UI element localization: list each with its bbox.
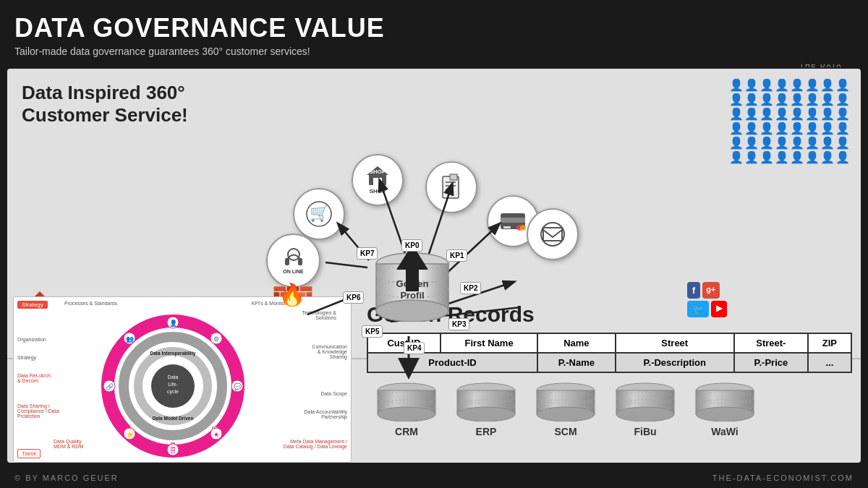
kp3-label: KP3 <box>448 318 469 330</box>
svg-text:⚙: ⚙ <box>213 335 219 343</box>
col-street-num: Street- <box>734 333 808 353</box>
svg-text:🛒: 🛒 <box>310 203 330 223</box>
person-icon: 👤 <box>835 107 850 121</box>
col-metadata: Meta Data Management /Data Catalog / Dat… <box>284 439 347 449</box>
svg-point-89 <box>457 407 515 421</box>
circular-diagram-wrapper: ⚙ 📊 ⚙ 📋 🗄 ⭐ ⚙ 👥 Data Life- cycle Data <box>93 308 252 460</box>
svg-text:🔗: 🔗 <box>106 382 114 391</box>
svg-text:👤: 👤 <box>169 319 178 328</box>
person-icon: 👤 <box>775 121 789 135</box>
col-strategy: Strategy <box>17 355 36 360</box>
person-icon: 👤 <box>820 150 835 164</box>
person-icon: 👤 <box>775 93 789 106</box>
svg-rect-15 <box>373 178 382 185</box>
col-datasharing: Data Sharing /Compliance / DataProtectio… <box>17 403 59 419</box>
records-table: Cust-ID First Name Name Street Street- Z… <box>367 333 852 373</box>
person-icon: 👤 <box>775 150 789 164</box>
footer-right: THE-DATA-ECONOMIST.COM <box>712 474 854 482</box>
person-icon: 👤 <box>744 93 759 106</box>
person-icon: 👤 <box>835 150 850 164</box>
person-icon-highlight: 👤 <box>820 93 835 106</box>
svg-point-104 <box>696 407 754 421</box>
person-icon: 👤 <box>820 78 835 92</box>
shop-circle: SHOP SHOP <box>352 154 404 206</box>
col-street: Street <box>616 333 734 353</box>
col-accountability: Data AccountabilityPartnership <box>304 409 347 419</box>
person-icon: 👤 <box>820 136 835 150</box>
kp7-label: KP7 <box>357 247 378 260</box>
svg-text:SHOP: SHOP <box>370 168 386 175</box>
svg-text:⭐: ⭐ <box>126 430 135 439</box>
db-crm: CRM <box>370 382 443 437</box>
person-icon: 👤 <box>729 107 744 121</box>
svg-text:💬: 💬 <box>234 382 242 391</box>
page-subtitle: Tailor-made data governance guarantees 3… <box>14 46 854 57</box>
col-zip: ZIP <box>808 333 851 353</box>
person-icon: 👤 <box>805 121 820 135</box>
svg-point-27 <box>541 223 564 246</box>
person-icon: 👤 <box>729 136 744 150</box>
person-icon: 👤 <box>744 107 759 121</box>
person-icon: 👤 <box>775 136 789 150</box>
col-comm: Communication& KnowledgeSharing <box>312 344 347 359</box>
person-icon: 👤 <box>729 121 744 135</box>
person-icon: 👤 <box>790 136 804 150</box>
person-icon: 👤 <box>760 107 774 121</box>
person-icon: 👤 <box>805 78 820 92</box>
svg-line-9 <box>326 262 367 267</box>
col-dataret: Data Ret./Arch.& Decom. <box>17 373 52 383</box>
svg-text:Data Model Driven: Data Model Driven <box>153 416 194 421</box>
person-icon: 👤 <box>790 150 804 164</box>
db-scm: SCM <box>529 382 602 437</box>
svg-text:Data: Data <box>168 374 179 380</box>
person-icon: 👤 <box>805 136 820 150</box>
col-ellipsis: ... <box>808 353 851 372</box>
svg-rect-23 <box>501 218 525 223</box>
svg-text:cycle: cycle <box>167 389 179 395</box>
kp2-label: KP2 <box>460 282 481 294</box>
kp5-label: KP5 <box>362 325 383 338</box>
person-icon: 👤 <box>805 107 820 121</box>
person-icon: 👤 <box>744 150 759 164</box>
col-p-name: P.-Name <box>537 353 616 372</box>
person-icon: 👤 <box>775 78 789 92</box>
person-icon: 👤 <box>835 121 850 135</box>
db-erp-label: ERP <box>450 426 522 437</box>
svg-point-94 <box>537 407 595 421</box>
person-icon: 👤 <box>760 78 774 92</box>
col-product-id: Product-ID <box>367 353 537 372</box>
person-icon: 👤 <box>729 150 744 164</box>
svg-text:👥: 👥 <box>126 335 135 343</box>
db-crm-label: CRM <box>370 426 443 437</box>
person-icon: 👤 <box>790 93 804 106</box>
person-icon: 👤 <box>760 93 774 106</box>
svg-rect-24 <box>503 226 511 228</box>
db-erp: ERP <box>450 382 522 437</box>
db-scm-label: SCM <box>529 426 602 437</box>
person-icon: 👤 <box>744 136 759 150</box>
left-heading: Data Inspired 360° Customer Service! <box>22 82 188 127</box>
person-icon: 👤 <box>729 78 744 92</box>
person-icon: 👤 <box>790 78 804 92</box>
svg-text:🗄: 🗄 <box>170 447 176 454</box>
col-p-description: P.-Description <box>616 353 734 372</box>
taktik-tag: Taktik <box>17 449 41 458</box>
footer: © BY MARCO GEUER THE-DATA-ECONOMIST.COM <box>0 468 868 488</box>
svg-rect-28 <box>543 228 562 241</box>
cart-circle: 🛒 <box>293 188 345 240</box>
person-icon: 👤 <box>760 136 774 150</box>
kp4-label: KP4 <box>404 342 425 354</box>
email-circle <box>527 208 579 260</box>
col-tech: Technologies &Solutions <box>302 310 336 320</box>
svg-point-26 <box>520 225 526 231</box>
person-icon-highlight: 👤 <box>835 136 850 150</box>
person-icon: 👤 <box>835 93 850 106</box>
db-wawi: WaWi <box>689 382 761 437</box>
svg-text:★: ★ <box>213 431 219 438</box>
person-icon: 👤 <box>790 121 804 135</box>
svg-rect-21 <box>450 174 457 180</box>
person-icon: 👤 <box>790 107 804 121</box>
svg-text:Profil: Profil <box>400 290 424 301</box>
person-icon: 👤 <box>744 78 759 92</box>
person-icon: 👤 <box>729 93 744 106</box>
